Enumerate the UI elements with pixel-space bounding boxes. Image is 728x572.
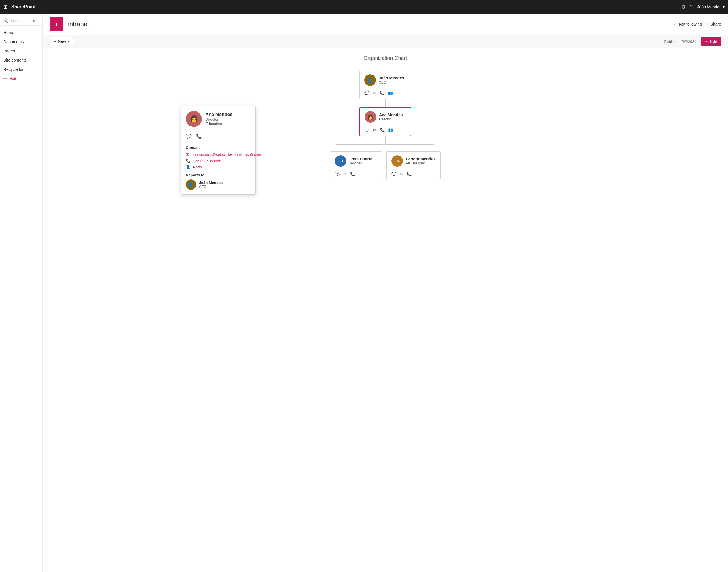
contact-email-row: ✉ ana.mendes@spteckdev.onmicrosoft.com (186, 152, 251, 157)
jose-chat-icon[interactable]: 💬 (335, 172, 340, 176)
sidebar-item-site-contents[interactable]: Site contents (0, 56, 42, 65)
leonor-email-icon[interactable]: ✉ (400, 172, 403, 176)
dir-profile-icon[interactable]: 👥 (388, 128, 393, 132)
jose-name: Jose Duarte (349, 157, 372, 161)
reports-to-title: Reports to (186, 173, 251, 177)
pages-label: Pages (3, 49, 15, 53)
new-button[interactable]: + New ▾ (50, 37, 74, 46)
sidebar: 🔍 Home Documents Pages Site contents Rec… (0, 14, 43, 572)
user-name: João Mendes (697, 5, 721, 9)
leonor-avatar: LM (391, 155, 403, 167)
reports-to-name: João Mendes (199, 181, 223, 185)
sidebar-item-documents[interactable]: Documents (0, 37, 42, 46)
dir-phone-icon[interactable]: 📞 (380, 128, 385, 132)
jose-title: Teacher (349, 161, 372, 165)
jose-actions: 💬 ✉ 📞 (335, 170, 377, 176)
help-icon[interactable]: ? (690, 4, 693, 9)
contact-email[interactable]: ana.mendes@spteckdev.onmicrosoft.com (192, 152, 261, 157)
toolbar: + New ▾ Published 5/2/2021 ✏ Edit (43, 35, 728, 48)
jose-avatar: JD (335, 155, 347, 167)
edit-btn-label: Edit (710, 39, 717, 44)
site-header: i intranet ☆ Not following ↑ Share (43, 14, 728, 35)
ceo-header: 👤 João Mendes CEO (364, 74, 406, 86)
recycle-bin-label: Recycle bin (3, 67, 24, 72)
ceo-name: João Mendes (379, 76, 404, 80)
site-identity: i intranet (50, 17, 89, 31)
site-actions: ☆ Not following ↑ Share (673, 22, 721, 26)
ceo-info: João Mendes CEO (379, 76, 404, 84)
leonor-chat-icon[interactable]: 💬 (391, 172, 396, 176)
jose-phone-icon[interactable]: 📞 (350, 172, 355, 176)
org-chart-title: Organization Chart (50, 55, 721, 61)
popup-avatar: 👩 (186, 111, 202, 127)
org-node-ceo[interactable]: 👤 João Mendes CEO 💬 ✉ 📞 👥 (359, 71, 411, 99)
director-header: 👩 Ana Mendes Director (365, 111, 406, 123)
popup-department: Education (205, 122, 232, 126)
new-plus-icon: + (54, 39, 56, 44)
profile-icon[interactable]: 👥 (388, 91, 393, 95)
email-icon[interactable]: ✉ (373, 91, 376, 95)
dir-chat-icon[interactable]: 💬 (365, 128, 369, 132)
sidebar-item-pages[interactable]: Pages (0, 46, 42, 56)
leonor-name: Leonor Mendes (406, 157, 435, 161)
edit-btn-icon: ✏ (705, 39, 709, 44)
leonor-header: LM Leonor Mendes Art Designer (391, 155, 435, 167)
child-v-line-leonor (414, 145, 414, 151)
jose-email-icon[interactable]: ✉ (343, 172, 347, 176)
edit-page-button[interactable]: ✏ Edit (701, 38, 721, 46)
child-v-line-jose (356, 145, 356, 151)
popup-header: 👩 Ana Mendes Director Education (186, 111, 251, 127)
jose-info: Jose Duarte Teacher (349, 157, 372, 165)
director-name: Ana Mendes (379, 113, 403, 117)
sidebar-item-home[interactable]: Home (0, 28, 42, 37)
popup-name: Ana Mendes (205, 112, 232, 117)
contact-location-row: 👤 Porto (186, 165, 251, 169)
phone-icon[interactable]: 📞 (379, 91, 384, 95)
org-node-leonor[interactable]: LM Leonor Mendes Art Designer 💬 ✉ (386, 151, 440, 180)
contact-title: Contact (186, 145, 251, 150)
app-title: SharePoint (11, 4, 678, 9)
new-chevron-icon: ▾ (68, 39, 70, 44)
location-contact-icon: 👤 (186, 165, 191, 169)
director-avatar: 👩 (365, 111, 376, 123)
published-info: Published 5/2/2021 (664, 40, 696, 44)
grid-icon[interactable]: ⊞ (3, 4, 8, 10)
leonor-phone-icon[interactable]: 📞 (407, 172, 412, 176)
leonor-title: Art Designer (406, 161, 435, 165)
reports-to-row: 👤 João Mendes CEO (186, 180, 251, 190)
ceo-actions: 💬 ✉ 📞 👥 (364, 89, 406, 95)
site-contents-label: Site contents (3, 58, 27, 63)
user-menu[interactable]: João Mendes ▾ (697, 5, 725, 9)
ceo-title: CEO (379, 80, 404, 84)
search-icon: 🔍 (3, 18, 8, 23)
popup-chat-icon[interactable]: 💬 (186, 133, 192, 139)
search-input[interactable] (11, 19, 39, 23)
main-layout: 🔍 Home Documents Pages Site contents Rec… (0, 14, 728, 572)
not-following-button[interactable]: ☆ Not following (673, 22, 702, 26)
org-chart: 👤 João Mendes CEO 💬 ✉ 📞 👥 (50, 71, 721, 180)
sidebar-item-edit[interactable]: ✏ Edit (0, 74, 42, 83)
reports-to-info: João Mendes CEO (199, 181, 223, 189)
search-box[interactable]: 🔍 (0, 16, 42, 26)
popup-card: 👩 Ana Mendes Director Education 💬 📞 Cont… (181, 106, 256, 195)
leonor-actions: 💬 ✉ 📞 (391, 170, 435, 176)
new-label: New (58, 39, 66, 44)
popup-quick-actions: 💬 📞 (186, 131, 251, 142)
topbar-actions: ⚙ ? João Mendes ▾ (681, 4, 725, 10)
contact-phone-row: 📞 +351 936863668 (186, 158, 251, 163)
ceo-avatar: 👤 (364, 74, 376, 86)
not-following-label: Not following (679, 22, 702, 26)
reports-to-section: Reports to 👤 João Mendes CEO (186, 173, 251, 190)
toolbar-right: Published 5/2/2021 ✏ Edit (664, 38, 721, 46)
org-node-jose[interactable]: JD Jose Duarte Teacher 💬 ✉ 📞 (330, 151, 382, 180)
sidebar-item-recycle-bin[interactable]: Recycle bin (0, 65, 42, 74)
share-button[interactable]: ↑ Share (707, 22, 721, 26)
popup-phone-icon[interactable]: 📞 (196, 133, 202, 139)
documents-label: Documents (3, 40, 24, 44)
contact-location: Porto (193, 165, 202, 169)
dir-email-icon[interactable]: ✉ (373, 128, 376, 132)
director-actions: 💬 ✉ 📞 👥 (365, 126, 406, 132)
chat-icon[interactable]: 💬 (364, 91, 369, 95)
org-node-director[interactable]: 👩 Ana Mendes Director 💬 ✉ 📞 👥 (359, 107, 411, 136)
settings-icon[interactable]: ⚙ (681, 4, 685, 10)
